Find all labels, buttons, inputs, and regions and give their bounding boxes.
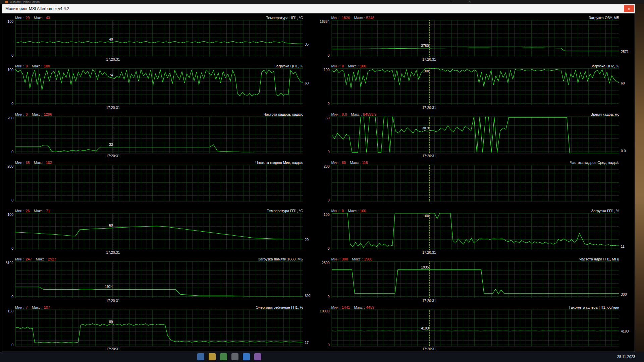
monitor-panel[interactable]: Мин : 247 Макс : 2927 Загрузка памяти 16… xyxy=(2,255,319,303)
min-label: Мин : xyxy=(331,16,341,20)
axis-bottom-label: 0 xyxy=(11,343,13,347)
graph-plot[interactable]: 3780 xyxy=(331,20,620,57)
title-bar[interactable]: Мониторинг MSI Afterburner v4.6.2 x xyxy=(2,4,635,13)
y-axis: 16384 0 xyxy=(319,20,331,57)
max-value: 1960 xyxy=(364,257,372,261)
y-axis: 200 0 xyxy=(2,165,15,202)
min-label: Мин : xyxy=(331,64,341,68)
series-line xyxy=(15,68,303,105)
min-label: Мин : xyxy=(15,112,24,116)
monitor-panel[interactable]: Мин : 1441 Макс : 4459 Тахометр кулера Г… xyxy=(319,303,635,352)
min-label: Мин : xyxy=(15,257,24,261)
taskbar-app-5[interactable] xyxy=(243,353,250,360)
monitor-panel[interactable]: Мин : 0 Макс : 1296 Частота кадров, кадр… xyxy=(2,110,319,159)
monitor-panel[interactable]: Мин : 29 Макс : 43 Температура ЦП1, °C 1… xyxy=(2,14,319,62)
graphs-column-left: Мин : 29 Макс : 43 Температура ЦП1, °C 1… xyxy=(2,14,319,352)
axis-top-label: 100 xyxy=(7,68,13,71)
monitor-panel[interactable]: Мин : 0.0 Макс : 84593.9 Время кадра, мс… xyxy=(319,110,635,159)
y-axis: 200 0 xyxy=(319,165,331,202)
graph-plot[interactable]: 4193 xyxy=(331,309,620,347)
current-value-label: 29 xyxy=(305,238,309,242)
value-gutter: 4193 xyxy=(619,309,635,347)
panel-footer: 17:20:31 xyxy=(331,105,620,110)
series-line xyxy=(332,213,619,250)
cursor-timestamp: 17:20:31 xyxy=(106,154,120,158)
min-value: 300 xyxy=(342,257,348,261)
axis-top-label: 100 xyxy=(324,68,330,71)
current-value-label: 4193 xyxy=(621,329,629,333)
graph-plot[interactable]: 1924 xyxy=(15,261,303,298)
graph-plot[interactable]: 74 xyxy=(15,68,303,105)
min-value: 1826 xyxy=(342,16,350,20)
value-gutter: 35 xyxy=(303,20,319,57)
graph-plot[interactable]: 100 xyxy=(331,68,620,105)
min-label: Мин : xyxy=(15,16,24,20)
panel-title: Энергопотребление ГП1, % xyxy=(256,305,303,309)
max-label: Макс : xyxy=(36,257,47,261)
max-value: 107 xyxy=(44,305,50,309)
panel-header: Мин : 0 Макс : 1296 Частота кадров, кадр… xyxy=(15,110,303,116)
monitor-panel[interactable]: Мин : 1826 Макс : 5248 Загрузка ОЗУ, МБ … xyxy=(319,14,635,62)
y-axis: 100 0 xyxy=(2,213,15,250)
background-app-icon xyxy=(5,1,8,3)
taskbar[interactable]: 28.11.2023 xyxy=(0,352,644,362)
panel-footer: 17:20:31 xyxy=(331,298,620,303)
taskbar-app-3[interactable] xyxy=(220,353,227,360)
graph-plot[interactable]: 33 xyxy=(15,116,303,154)
cursor-value-label: 4193 xyxy=(421,326,429,330)
background-window-strip: 3DMark Demo Edition — ✕ xyxy=(0,0,644,4)
graph-plot[interactable] xyxy=(331,165,620,202)
max-value: 118 xyxy=(362,161,368,165)
current-value-label: 17 xyxy=(305,341,309,345)
axis-top-label: 100 xyxy=(7,20,13,23)
current-value-label: 60 xyxy=(305,81,309,85)
taskbar-date[interactable]: 28.11.2023 xyxy=(617,355,635,359)
graph-plot[interactable]: 60 xyxy=(15,213,303,250)
graph-plot[interactable]: 100 xyxy=(331,213,620,250)
cursor-timestamp: 17:20:31 xyxy=(422,347,436,351)
series-line xyxy=(15,310,303,346)
panel-footer: 17:20:31 xyxy=(15,105,303,110)
panel-footer: 17:20:31 xyxy=(15,154,303,159)
y-axis: 100 0 xyxy=(319,213,331,250)
cursor-timestamp: 17:20:31 xyxy=(422,106,436,110)
graph-plot[interactable]: 30.9 xyxy=(331,116,620,154)
graph-plot[interactable]: 40 xyxy=(15,20,303,57)
monitor-panel[interactable]: Мин : 35 Макс : 102 Частота кадров Мин, … xyxy=(2,159,319,207)
monitor-panel[interactable]: Мин : 80 Макс : 118 Частота кадров Сред,… xyxy=(319,159,635,207)
axis-bottom-label: 0 xyxy=(328,247,330,250)
panel-title: Температура ЦП1, °C xyxy=(266,16,303,20)
panel-header: Мин : 0 Макс : 100 Загрузка ГП1, % xyxy=(331,207,620,213)
monitor-panel[interactable]: Мин : 0 Макс : 100 Загрузка ЦП2, % 100 0… xyxy=(319,62,635,110)
monitor-panel[interactable]: Мин : 0 Макс : 100 Загрузка ГП1, % 100 0… xyxy=(319,207,635,255)
close-button[interactable]: x xyxy=(624,5,634,12)
series-line xyxy=(332,165,619,201)
max-value: 100 xyxy=(44,64,50,68)
min-label: Мин : xyxy=(15,305,24,309)
axis-bottom-label: 0 xyxy=(11,150,13,154)
min-value: 26 xyxy=(26,209,30,213)
monitor-panel[interactable]: Мин : 26 Макс : 71 Температура ГП1, °C 1… xyxy=(2,207,319,255)
cursor-timestamp: 17:20:31 xyxy=(422,250,436,254)
panel-header: Мин : 35 Макс : 102 Частота кадров Мин, … xyxy=(15,159,303,165)
max-value: 100 xyxy=(360,64,366,68)
taskbar-app-6[interactable] xyxy=(254,353,261,360)
axis-top-label: 16384 xyxy=(320,20,329,23)
graph-plot[interactable]: 1935 xyxy=(331,261,620,298)
min-label: Мин : xyxy=(331,257,341,261)
graph-plot[interactable]: 89 xyxy=(15,309,303,347)
monitor-panel[interactable]: Мин : 0 Макс : 100 Загрузка ЦП1, % 100 0… xyxy=(2,62,319,110)
cursor-line xyxy=(429,68,430,105)
graph-plot[interactable] xyxy=(15,165,303,202)
panel-title: Время кадра, мс xyxy=(591,112,619,116)
current-value-label: 2571 xyxy=(621,50,629,54)
taskbar-app-1[interactable] xyxy=(197,353,204,360)
afterburner-monitor-window: Мониторинг MSI Afterburner v4.6.2 x Мин … xyxy=(2,4,635,352)
max-label: Макс : xyxy=(352,257,363,261)
monitor-panel[interactable]: Мин : 300 Макс : 1960 Частота ядра ГП1, … xyxy=(319,255,635,303)
taskbar-app-2[interactable] xyxy=(209,353,216,360)
minimize-icon[interactable]: — xyxy=(450,0,453,4)
taskbar-app-4[interactable] xyxy=(231,353,238,360)
close-icon[interactable]: ✕ xyxy=(468,0,471,4)
monitor-panel[interactable]: Мин : 7 Макс : 107 Энергопотребление ГП1… xyxy=(2,303,319,352)
